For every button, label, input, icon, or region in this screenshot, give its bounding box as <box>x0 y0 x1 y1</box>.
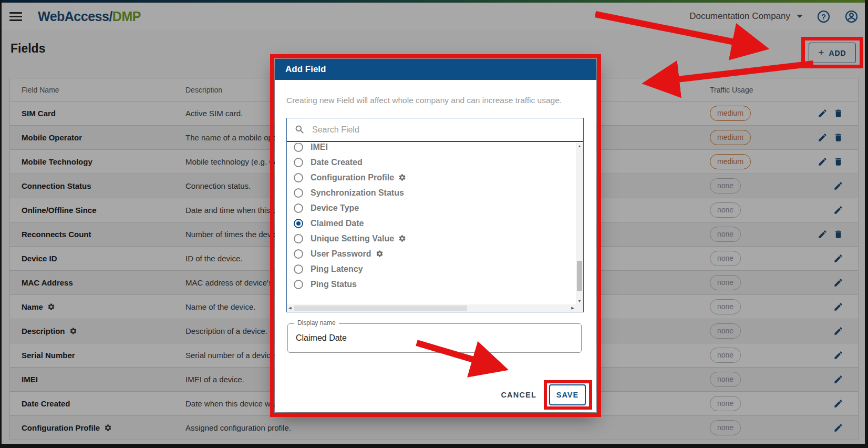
field-option-ping-status[interactable]: Ping Status <box>294 277 576 292</box>
gear-icon <box>398 235 406 242</box>
radio-button[interactable] <box>294 219 303 228</box>
vertical-scroll-thumb[interactable] <box>577 261 582 291</box>
option-label: User Password <box>311 249 384 259</box>
radio-button[interactable] <box>294 173 303 182</box>
radio-button[interactable] <box>294 264 303 274</box>
search-icon <box>294 124 305 135</box>
add-field-dialog: Add Field Creating new Field will affect… <box>275 59 596 412</box>
save-button[interactable]: SAVE <box>549 384 586 405</box>
gear-icon <box>376 250 384 258</box>
field-option-date-created[interactable]: Date Created <box>294 155 576 170</box>
radio-button[interactable] <box>294 234 303 243</box>
radio-button[interactable] <box>294 203 303 213</box>
dialog-title: Add Field <box>275 59 596 80</box>
dialog-actions: CANCEL SAVE <box>501 384 586 405</box>
field-options-list: IMEIDate CreatedConfiguration ProfileSyn… <box>287 143 576 304</box>
app-window: WebAccess/DMP Documentation Company ? Fi… <box>0 0 868 448</box>
scroll-up-arrow[interactable]: ▲ <box>576 143 583 149</box>
option-label: Ping Status <box>311 280 357 289</box>
display-name-label: Display name <box>294 319 339 327</box>
search-input[interactable] <box>312 125 576 135</box>
radio-button[interactable] <box>294 249 303 259</box>
cancel-button[interactable]: CANCEL <box>501 391 536 399</box>
scroll-right-arrow[interactable]: ▶ <box>570 304 576 312</box>
dialog-info-text: Creating new Field will affect whole com… <box>286 96 562 105</box>
option-label: Ping Latency <box>311 264 363 274</box>
vertical-scrollbar[interactable]: ▲ ▼ <box>576 143 583 304</box>
gear-icon <box>398 174 406 181</box>
display-name-input[interactable] <box>288 324 581 352</box>
radio-button[interactable] <box>294 280 303 289</box>
field-option-synchronization-status[interactable]: Synchronization Status <box>294 185 576 200</box>
scroll-down-arrow[interactable]: ▼ <box>576 298 583 304</box>
radio-button[interactable] <box>294 188 303 198</box>
window-frame-right <box>865 0 868 448</box>
option-label: Unique Setting Value <box>311 234 406 243</box>
field-option-claimed-date[interactable]: Claimed Date <box>294 216 576 231</box>
option-label: Configuration Profile <box>311 173 406 182</box>
display-name-field[interactable]: Display name <box>287 323 582 353</box>
window-frame-left <box>0 0 2 448</box>
radio-button[interactable] <box>294 143 303 152</box>
field-option-device-type[interactable]: Device Type <box>294 200 576 216</box>
field-picker: IMEIDate CreatedConfiguration ProfileSyn… <box>286 118 584 312</box>
window-frame-bottom <box>0 444 868 448</box>
option-label: Date Created <box>311 158 363 167</box>
field-option-unique-setting-value[interactable]: Unique Setting Value <box>294 231 576 246</box>
search-field[interactable] <box>287 118 583 142</box>
field-option-user-password[interactable]: User Password <box>294 246 576 261</box>
field-option-ping-latency[interactable]: Ping Latency <box>294 261 576 277</box>
option-label: Device Type <box>311 203 359 213</box>
radio-button[interactable] <box>294 158 303 167</box>
option-label: IMEI <box>311 143 328 152</box>
option-label: Claimed Date <box>311 219 364 228</box>
horizontal-scroll-thumb[interactable] <box>294 306 467 311</box>
field-option-imei[interactable]: IMEI <box>294 143 576 155</box>
field-option-configuration-profile[interactable]: Configuration Profile <box>294 170 576 185</box>
horizontal-scrollbar[interactable]: ◀ ▶ <box>287 304 576 312</box>
scroll-left-arrow[interactable]: ◀ <box>287 304 293 312</box>
option-label: Synchronization Status <box>311 188 404 198</box>
